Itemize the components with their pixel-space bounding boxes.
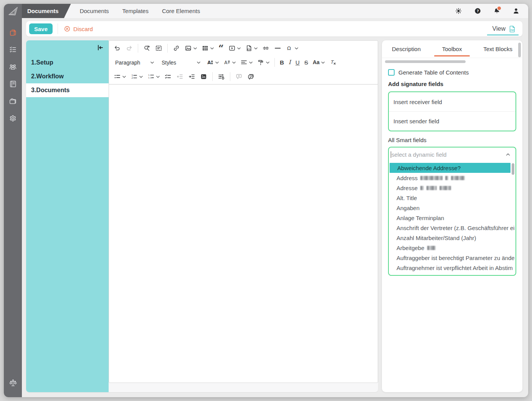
svg-text:T: T	[330, 60, 334, 65]
app-logo-icon[interactable]	[4, 4, 22, 18]
nav-item-templates[interactable]: Templates	[122, 8, 149, 14]
redo-button[interactable]	[124, 43, 135, 53]
outdent-button[interactable]	[174, 72, 185, 81]
app-sidebar	[4, 4, 22, 397]
dropdown-option[interactable]: Auftraggeber ist berechtigt Parameter zu…	[389, 253, 515, 263]
sidebar-nav	[8, 27, 18, 123]
view-pdf-button[interactable]: View PDF	[486, 21, 522, 36]
nav-item-core-elements[interactable]: Core Elements	[162, 8, 200, 14]
restricted-editing-button[interactable]	[216, 72, 227, 81]
collapse-panel-button[interactable]	[96, 43, 105, 53]
paragraph-select-label: Paragraph	[115, 60, 140, 66]
dropdown-option[interactable]: Address	[389, 173, 515, 183]
add-comment-button[interactable]	[233, 72, 245, 81]
bold-button[interactable]: B	[278, 58, 286, 67]
save-button[interactable]: Save	[29, 23, 53, 34]
chevron-down-icon	[156, 76, 160, 78]
font-case-button[interactable]: Aa	[311, 58, 327, 67]
sidebar-team-icon[interactable]	[8, 61, 18, 71]
insert-image-box-button[interactable]	[198, 72, 209, 81]
dropdown-option[interactable]: Arbeitgebe	[389, 243, 515, 253]
numbered-list-button[interactable]: 12	[129, 72, 145, 81]
step-documents[interactable]: 3.Documents	[26, 83, 109, 97]
nav-item-documents[interactable]: Documents	[80, 8, 109, 14]
topbar: Documents DocumentsTemplatesCore Element…	[22, 4, 528, 18]
italic-button[interactable]: I	[287, 58, 293, 67]
toc-checkbox[interactable]	[388, 69, 395, 76]
dropdown-option[interactable]: Adresse	[389, 183, 515, 193]
sidebar-settings-icon[interactable]	[8, 113, 18, 123]
strikethrough-button[interactable]: S	[302, 58, 310, 67]
text-alignment-button[interactable]	[238, 58, 254, 67]
special-characters-button[interactable]: Ω	[284, 43, 300, 53]
theme-sun-icon[interactable]	[454, 7, 462, 15]
svg-text:1.: 1.	[148, 74, 150, 76]
dropdown-option[interactable]: Anschrift der Vertreter (z.B. Geschäftsf…	[389, 223, 515, 233]
page-break-button[interactable]	[260, 43, 271, 53]
sidebar-documents-icon[interactable]	[8, 27, 18, 37]
help-icon[interactable]: ?	[474, 7, 481, 15]
insert-receiver-field-button[interactable]: Insert receiver field	[389, 92, 515, 111]
insert-image-button[interactable]	[183, 43, 199, 53]
user-account-icon[interactable]	[512, 7, 520, 15]
sidebar-book-icon[interactable]	[8, 79, 18, 89]
font-family-button[interactable]: A	[221, 58, 238, 67]
notifications-bell-icon[interactable]	[493, 7, 501, 15]
remove-format-button[interactable]: T	[327, 58, 339, 67]
insert-sender-field-button[interactable]: Insert sender field	[389, 111, 515, 131]
insert-table-button[interactable]	[200, 43, 216, 53]
font-color-button[interactable]	[255, 58, 271, 67]
editor-toolbar: “ΩParagraphStylesAABIUSAaT121.1.1.	[109, 41, 378, 85]
tab-toolbox[interactable]: Toolbox	[442, 40, 462, 58]
select-all-button[interactable]	[153, 43, 164, 53]
sidebar-checklist-icon[interactable]	[8, 44, 18, 54]
tab-text-blocks[interactable]: Text Blocks	[483, 40, 512, 58]
sidebar-scales-icon[interactable]	[8, 378, 18, 388]
chevron-up-icon[interactable]	[505, 152, 511, 157]
dropdown-option[interactable]: Auftragnehmer ist verpflichtet Arbeit in…	[389, 263, 515, 273]
view-label: View	[492, 25, 506, 32]
dynamic-field-input[interactable]: select a dynamic field	[389, 147, 515, 161]
chevron-down-icon	[321, 61, 325, 64]
link-button[interactable]	[171, 43, 182, 53]
insert-media-button[interactable]	[226, 43, 243, 53]
svg-text:?: ?	[477, 9, 479, 13]
editor-content-area[interactable]	[109, 85, 378, 383]
dropdown-option[interactable]: Anlage Terminplan	[389, 213, 515, 223]
indent-button[interactable]	[186, 72, 197, 81]
bulleted-list-button[interactable]	[112, 72, 128, 81]
horizontal-scrollbar-thumb[interactable]	[385, 60, 466, 63]
dropdown-option[interactable]: Abweichende Addresse?	[390, 163, 511, 173]
underline-button[interactable]: U	[294, 58, 302, 67]
chevron-down-icon	[266, 61, 269, 64]
block-quote-button[interactable]: “	[216, 45, 226, 52]
redacted-text	[439, 186, 451, 190]
sidebar-folder-icon[interactable]	[8, 96, 18, 106]
dropdown-option[interactable]: Angaben	[389, 203, 515, 213]
chevron-down-icon	[249, 61, 253, 64]
dropdown-option[interactable]	[389, 273, 515, 275]
dropdown-option[interactable]: Anzahl Mitarbeiter/Stand (Jahr)	[389, 233, 515, 243]
vertical-scrollbar-thumb[interactable]	[518, 43, 521, 57]
todo-list-button[interactable]	[162, 72, 173, 81]
option-label: Adresse	[397, 185, 418, 191]
active-module-tab[interactable]: Documents	[22, 4, 71, 18]
step-setup[interactable]: 1.Setup	[26, 56, 109, 70]
comments-button[interactable]	[245, 72, 256, 81]
find-replace-button[interactable]	[141, 43, 152, 53]
generate-toc-row[interactable]: Generate Table of Contents	[388, 69, 516, 76]
undo-button[interactable]	[112, 43, 123, 53]
dropdown-scrollbar-thumb[interactable]	[512, 163, 514, 175]
smart-field-combobox: select a dynamic field Abweichende Addre…	[388, 147, 516, 276]
step-workflow[interactable]: 2.Workflow	[26, 70, 109, 83]
editor-card: 1.Setup2.Workflow3.Documents “ΩParagraph…	[26, 40, 378, 392]
tab-description[interactable]: Description	[392, 40, 421, 58]
horizontal-line-button[interactable]	[272, 43, 283, 53]
multilevel-list-button[interactable]: 1.1.1.	[145, 72, 162, 81]
discard-button[interactable]: Discard	[64, 25, 93, 32]
font-size-button[interactable]: A	[205, 58, 221, 67]
paragraph-select-button[interactable]: Paragraph	[112, 58, 157, 67]
styles-select-button[interactable]: Styles	[158, 58, 204, 67]
html-embed-button[interactable]	[243, 43, 259, 53]
dropdown-option[interactable]: Alt. Title	[389, 193, 515, 203]
